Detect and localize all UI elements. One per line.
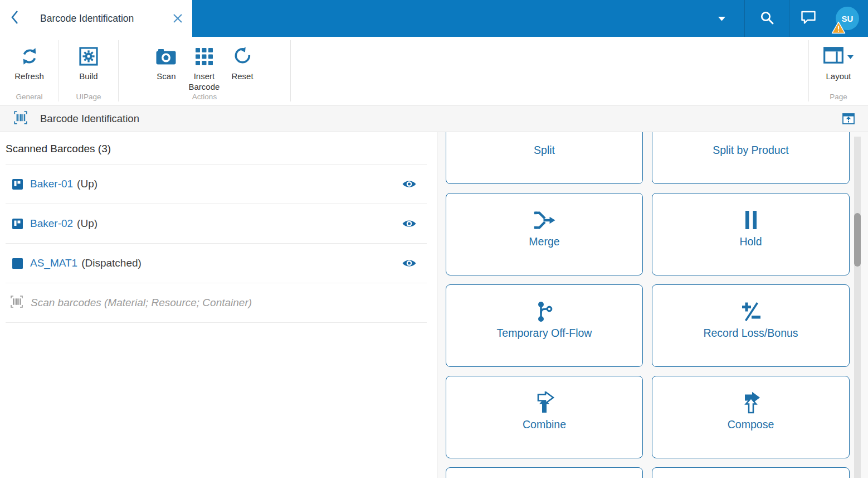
ribbon-group-uipage: Build UIPage [59, 37, 118, 105]
group-label-general: General [0, 93, 58, 101]
action-compose-button[interactable]: Compose [652, 376, 850, 458]
scrollbar-thumb[interactable] [854, 213, 861, 267]
layout-label: Layout [826, 71, 851, 82]
action-label: Merge [529, 235, 559, 248]
action-label: Temporary Off-Flow [497, 327, 592, 340]
plus-minus-icon [740, 298, 762, 325]
action-label: Record Loss/Bonus [703, 327, 798, 340]
status-text: (Dispatched) [81, 257, 142, 269]
status-text: (Up) [77, 217, 97, 230]
group-label-uipage: UIPage [59, 93, 118, 101]
action-label: Compose [728, 418, 774, 431]
combine-arrows-icon [531, 390, 557, 417]
refresh-icon [19, 44, 40, 69]
chevron-down-icon [718, 13, 726, 23]
scanned-barcodes-panel: Scanned Barcodes (3) Baker-01 (Up) [0, 132, 437, 478]
merge-icon [531, 207, 557, 234]
action-label: Split by Product [713, 144, 789, 157]
ribbon-spacer [291, 37, 808, 105]
ribbon-group-general: Refresh General [0, 37, 58, 105]
top-bar: Barcode Identification [0, 0, 868, 37]
messages-button[interactable] [789, 0, 827, 37]
tab-strip: Barcode Identification [0, 0, 192, 37]
resource-icon [12, 179, 23, 190]
action-label: Combine [523, 418, 566, 431]
compose-arrows-icon [738, 390, 764, 417]
list-item: Baker-02 (Up) [0, 204, 437, 243]
list-item: Baker-01 (Up) [0, 164, 437, 204]
view-details-button[interactable] [402, 179, 417, 189]
page-title: Barcode Identification [40, 113, 139, 125]
search-button[interactable] [745, 0, 789, 37]
content-area: Scanned Barcodes (3) Baker-01 (Up) [0, 132, 868, 478]
view-details-button[interactable] [402, 219, 417, 229]
header-dropdown-button[interactable] [699, 0, 744, 37]
expand-page-button[interactable] [842, 113, 855, 124]
action-record-loss-bonus-button[interactable]: Record Loss/Bonus [652, 284, 850, 367]
scan-barcodes-field [0, 283, 437, 322]
view-details-button[interactable] [402, 258, 417, 268]
tab-title: Barcode Identification [40, 13, 169, 25]
resource-icon [12, 219, 23, 229]
insert-barcode-label: Insert Barcode [186, 71, 222, 93]
user-menu-button[interactable]: SU [827, 0, 868, 37]
eye-icon [402, 219, 417, 229]
barcode-icon [13, 110, 28, 127]
close-icon [172, 13, 183, 24]
ribbon-group-actions: Scan Insert Barcode Reset Actions [119, 37, 290, 105]
group-label-actions: Actions [119, 93, 290, 101]
search-icon [759, 10, 774, 27]
barcode-icon [10, 295, 23, 311]
barcode-link[interactable]: Baker-02 [30, 217, 73, 230]
scanned-barcodes-header: Scanned Barcodes (3) [0, 132, 437, 164]
action-merge-button[interactable]: Merge [446, 193, 643, 275]
barcode-link[interactable]: Baker-01 [30, 178, 73, 190]
page-title-bar: Barcode Identification [0, 105, 868, 132]
material-icon [12, 258, 23, 269]
list-item: AS_MAT1 (Dispatched) [0, 244, 437, 283]
close-tab-button[interactable] [169, 9, 187, 27]
reset-icon [233, 44, 252, 69]
actions-grid: Split Split by Product [446, 132, 868, 478]
action-label: Split [534, 144, 555, 157]
action-temporary-off-flow-button[interactable]: Temporary Off-Flow [446, 284, 643, 367]
back-button[interactable] [0, 0, 29, 37]
warning-icon [831, 21, 846, 34]
chat-icon [801, 10, 816, 27]
action-button-partial[interactable] [446, 467, 643, 478]
action-split-button[interactable]: Split [446, 132, 643, 184]
action-label: Hold [739, 235, 762, 248]
pause-icon [743, 207, 759, 234]
ribbon-group-page: Layout Page [809, 37, 868, 105]
grid-dots-icon [195, 44, 213, 69]
scrollbar-track[interactable] [854, 137, 861, 478]
actions-panel: Split Split by Product [437, 132, 868, 478]
expand-window-icon [842, 113, 855, 124]
camera-icon [155, 44, 177, 69]
group-label-page: Page [809, 93, 868, 101]
action-hold-button[interactable]: Hold [652, 193, 850, 275]
build-gear-icon [79, 44, 98, 69]
scan-barcodes-input[interactable] [31, 297, 427, 309]
ribbon-toolbar: Refresh General [0, 37, 868, 105]
branch-icon [533, 298, 556, 325]
scan-label: Scan [157, 71, 175, 82]
status-text: (Up) [77, 178, 97, 190]
eye-icon [402, 179, 417, 189]
layout-icon [823, 47, 843, 66]
divider [6, 322, 427, 323]
build-label: Build [79, 71, 97, 82]
action-button-partial[interactable] [652, 467, 850, 478]
back-chevron-icon [10, 9, 19, 27]
refresh-label: Refresh [14, 71, 44, 82]
action-combine-button[interactable]: Combine [446, 376, 643, 458]
action-split-by-product-button[interactable]: Split by Product [652, 132, 850, 184]
tab-barcode-identification[interactable]: Barcode Identification [29, 0, 192, 37]
barcode-link[interactable]: AS_MAT1 [30, 257, 77, 269]
eye-icon [402, 258, 417, 268]
reset-label: Reset [231, 71, 253, 82]
app-header-bar: SU [192, 0, 868, 37]
chevron-down-icon [847, 51, 854, 61]
